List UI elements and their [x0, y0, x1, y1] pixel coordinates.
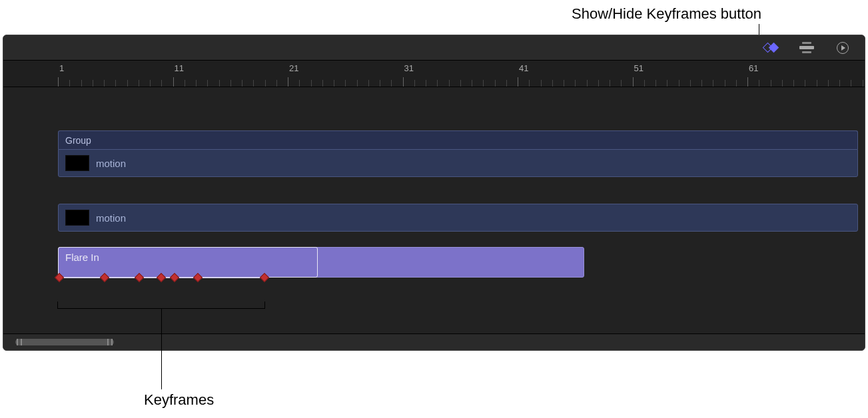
ruler-tick-label: 31 — [404, 63, 414, 73]
ruler-tick-label: 61 — [749, 63, 758, 73]
flare-in-clip[interactable]: Flare In — [58, 247, 584, 278]
zoom-play-button[interactable] — [833, 38, 853, 58]
ruler-tick-label: 41 — [519, 63, 528, 73]
play-in-circle-icon — [837, 42, 849, 54]
keyframe-marker[interactable] — [55, 273, 64, 282]
keyframe-marker[interactable] — [100, 273, 109, 282]
timeline-toolbar — [3, 35, 865, 61]
keyframe-marker[interactable] — [193, 273, 203, 282]
clip-thumbnail — [65, 210, 89, 226]
effect-label: Flare In — [65, 252, 99, 263]
keyframe-marker[interactable] — [170, 273, 179, 282]
keyframe-track[interactable] — [58, 275, 318, 280]
keyframes-icon — [764, 44, 777, 51]
ruler-tick-label: 51 — [634, 63, 644, 73]
callout-brace-keyframes — [57, 302, 265, 314]
clip-label: motion — [96, 212, 126, 224]
keyframe-marker[interactable] — [260, 273, 269, 282]
motion-track-2[interactable]: motion — [58, 204, 858, 232]
ruler-tick-label: 21 — [289, 63, 298, 73]
snap-icon — [799, 42, 814, 53]
callout-show-hide-keyframes: Show/Hide Keyframes button — [572, 5, 761, 23]
clip-thumbnail — [65, 155, 89, 171]
ruler-tick-label: 1 — [59, 63, 64, 73]
snapping-button[interactable] — [797, 38, 817, 58]
callout-keyframes-label: Keyframes — [144, 391, 214, 409]
tracks-area: Group motion motion Flare In — [3, 87, 865, 333]
keyframe-marker[interactable] — [157, 273, 166, 282]
motion-clip-2[interactable]: motion — [58, 204, 858, 232]
group-header[interactable]: Group — [58, 130, 858, 149]
timeline-ruler[interactable]: 1112131415161 — [3, 61, 865, 87]
ruler-tick-label: 11 — [175, 63, 184, 73]
callout-line-bottom — [161, 316, 162, 389]
horizontal-scrollbar[interactable] — [15, 339, 114, 345]
show-hide-keyframes-button[interactable] — [761, 38, 781, 58]
keyframe-marker[interactable] — [135, 273, 144, 282]
timeline-scroll-area — [3, 333, 865, 350]
group-label: Group — [65, 135, 91, 146]
group-track[interactable]: Group motion — [58, 130, 858, 177]
motion-clip-1[interactable]: motion — [58, 149, 858, 177]
clip-label: motion — [96, 158, 126, 169]
